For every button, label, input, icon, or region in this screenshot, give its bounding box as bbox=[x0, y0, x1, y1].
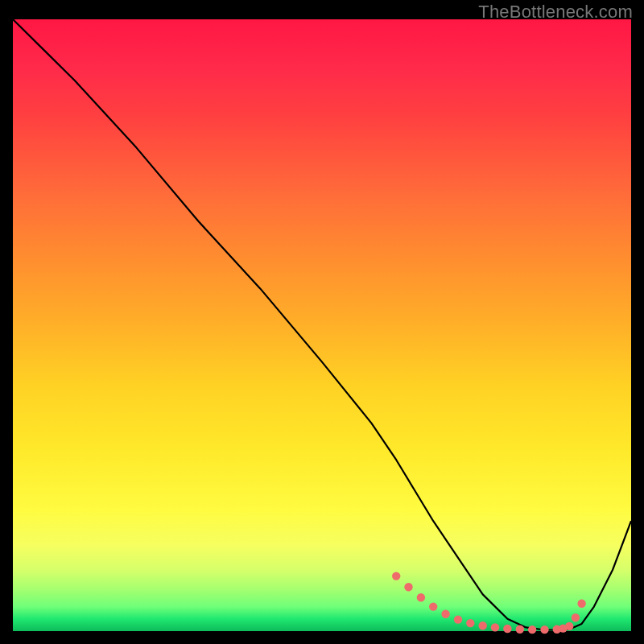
marker-dot bbox=[479, 621, 487, 630]
marker-dot bbox=[540, 625, 548, 634]
marker-dot bbox=[516, 625, 524, 634]
marker-dot bbox=[441, 610, 449, 618]
marker-dot bbox=[572, 613, 580, 621]
plot-area bbox=[13, 19, 631, 631]
marker-dot bbox=[503, 625, 511, 633]
marker-dot bbox=[577, 600, 585, 608]
curve-line bbox=[13, 19, 631, 630]
marker-dot bbox=[404, 583, 412, 591]
chart-frame: TheBottleneck.com bbox=[0, 0, 644, 644]
marker-dot bbox=[429, 602, 437, 610]
marker-dot bbox=[392, 572, 400, 580]
marker-dot bbox=[565, 622, 573, 630]
marker-dot bbox=[417, 593, 425, 601]
marker-dot bbox=[454, 615, 462, 623]
marker-dot bbox=[491, 623, 499, 631]
chart-svg bbox=[13, 19, 631, 631]
marker-dot bbox=[466, 619, 474, 627]
marker-dot bbox=[528, 625, 536, 634]
